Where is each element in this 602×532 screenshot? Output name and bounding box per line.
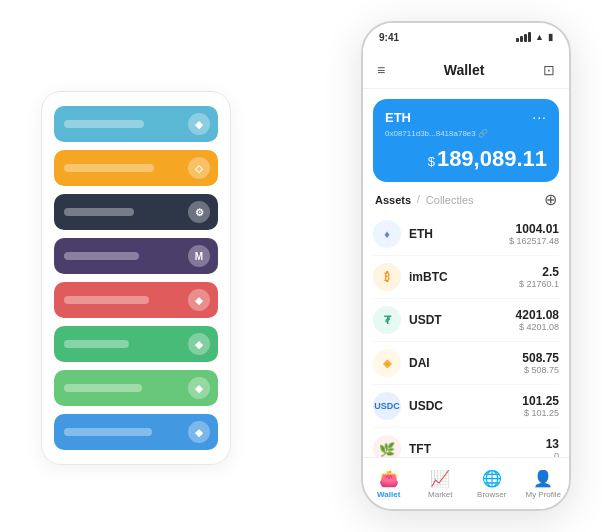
list-item: M xyxy=(54,238,218,274)
phone-frame: 9:41 ▲ ▮ ≡ Wallet ⊡ ETH xyxy=(361,21,571,511)
card-bar xyxy=(64,340,129,348)
usdc-amount: 101.25 xyxy=(522,394,559,408)
eth-icon: ♦ xyxy=(373,220,401,248)
tab-bar: 👛 Wallet 📈 Market 🌐 Browser 👤 My Profile xyxy=(363,457,569,509)
imbtc-amount: 2.5 xyxy=(519,265,559,279)
card-bar xyxy=(64,296,149,304)
asset-values-dai: 508.75 $ 508.75 xyxy=(522,351,559,375)
asset-values-usdc: 101.25 $ 101.25 xyxy=(522,394,559,418)
list-item: ◆ xyxy=(54,106,218,142)
asset-row-dai[interactable]: ◈ DAI 508.75 $ 508.75 xyxy=(373,342,559,385)
browser-tab-icon: 🌐 xyxy=(482,469,502,488)
card-icon: ◆ xyxy=(188,289,210,311)
card-icon: ⚙ xyxy=(188,201,210,223)
asset-values-tft: 13 0 xyxy=(546,437,559,457)
scene: ◆ ◇ ⚙ M ◆ ◆ ◆ ◆ xyxy=(11,11,591,521)
card-icon: ◇ xyxy=(188,157,210,179)
eth-card[interactable]: ETH ··· 0x08711d3b...8418a78e3 🔗 $189,08… xyxy=(373,99,559,182)
tab-profile[interactable]: 👤 My Profile xyxy=(518,469,570,499)
card-icon: M xyxy=(188,245,210,267)
card-bar xyxy=(64,428,152,436)
card-icon: ◆ xyxy=(188,421,210,443)
card-icon: ◆ xyxy=(188,377,210,399)
eth-card-balance: $189,089.11 xyxy=(385,146,547,172)
asset-name-eth: ETH xyxy=(409,227,509,241)
asset-name-usdc: USDC xyxy=(409,399,522,413)
card-bar xyxy=(64,120,144,128)
market-tab-icon: 📈 xyxy=(430,469,450,488)
balance-symbol: $ xyxy=(428,154,435,169)
page-title: Wallet xyxy=(444,62,485,78)
imbtc-usd: $ 21760.1 xyxy=(519,279,559,289)
tab-separator: / xyxy=(417,194,420,205)
eth-card-title: ETH xyxy=(385,110,411,125)
asset-row-usdc[interactable]: USDC USDC 101.25 $ 101.25 xyxy=(373,385,559,428)
eth-card-menu[interactable]: ··· xyxy=(532,109,547,125)
asset-name-dai: DAI xyxy=(409,356,522,370)
tab-assets[interactable]: Assets xyxy=(375,194,411,206)
usdt-usd: $ 4201.08 xyxy=(516,322,559,332)
nav-bar: ≡ Wallet ⊡ xyxy=(363,51,569,89)
asset-values-imbtc: 2.5 $ 21760.1 xyxy=(519,265,559,289)
battery-icon: ▮ xyxy=(548,32,553,42)
browser-tab-label: Browser xyxy=(477,490,506,499)
card-bar xyxy=(64,384,142,392)
profile-tab-label: My Profile xyxy=(525,490,561,499)
dai-icon: ◈ xyxy=(373,349,401,377)
tab-market[interactable]: 📈 Market xyxy=(415,469,467,499)
asset-name-tft: TFT xyxy=(409,442,546,456)
list-item: ◆ xyxy=(54,282,218,318)
asset-row-eth[interactable]: ♦ ETH 1004.01 $ 162517.48 xyxy=(373,213,559,256)
dai-amount: 508.75 xyxy=(522,351,559,365)
asset-row-usdt[interactable]: ₮ USDT 4201.08 $ 4201.08 xyxy=(373,299,559,342)
card-stack: ◆ ◇ ⚙ M ◆ ◆ ◆ ◆ xyxy=(41,91,231,465)
eth-card-address: 0x08711d3b...8418a78e3 🔗 xyxy=(385,129,547,138)
imbtc-icon: ₿ xyxy=(373,263,401,291)
wifi-icon: ▲ xyxy=(535,32,544,42)
card-bar xyxy=(64,252,139,260)
asset-name-imbtc: imBTC xyxy=(409,270,519,284)
eth-usd: $ 162517.48 xyxy=(509,236,559,246)
menu-icon[interactable]: ≡ xyxy=(377,62,385,78)
list-item: ⚙ xyxy=(54,194,218,230)
status-bar: 9:41 ▲ ▮ xyxy=(363,23,569,51)
card-icon: ◆ xyxy=(188,333,210,355)
usdt-amount: 4201.08 xyxy=(516,308,559,322)
list-item: ◇ xyxy=(54,150,218,186)
list-item: ◆ xyxy=(54,370,218,406)
asset-values-eth: 1004.01 $ 162517.48 xyxy=(509,222,559,246)
card-icon: ◆ xyxy=(188,113,210,135)
dai-usd: $ 508.75 xyxy=(522,365,559,375)
balance-amount: 189,089.11 xyxy=(437,146,547,171)
status-time: 9:41 xyxy=(379,32,399,43)
signal-icon xyxy=(516,32,531,42)
tab-browser[interactable]: 🌐 Browser xyxy=(466,469,518,499)
tab-wallet[interactable]: 👛 Wallet xyxy=(363,469,415,499)
eth-amount: 1004.01 xyxy=(509,222,559,236)
wallet-tab-label: Wallet xyxy=(377,490,400,499)
tft-amount: 13 xyxy=(546,437,559,451)
profile-tab-icon: 👤 xyxy=(533,469,553,488)
usdc-icon: USDC xyxy=(373,392,401,420)
asset-name-usdt: USDT xyxy=(409,313,516,327)
list-item: ◆ xyxy=(54,414,218,450)
tab-collectibles[interactable]: Collectles xyxy=(426,194,474,206)
card-bar xyxy=(64,164,154,172)
tft-icon: 🌿 xyxy=(373,435,401,457)
add-asset-button[interactable]: ⊕ xyxy=(544,190,557,209)
list-item: ◆ xyxy=(54,326,218,362)
assets-header: Assets / Collectles ⊕ xyxy=(363,182,569,213)
eth-card-header: ETH ··· xyxy=(385,109,547,125)
asset-row-tft[interactable]: 🌿 TFT 13 0 xyxy=(373,428,559,457)
market-tab-label: Market xyxy=(428,490,452,499)
asset-row-imbtc[interactable]: ₿ imBTC 2.5 $ 21760.1 xyxy=(373,256,559,299)
card-bar xyxy=(64,208,134,216)
usdt-icon: ₮ xyxy=(373,306,401,334)
scan-icon[interactable]: ⊡ xyxy=(543,62,555,78)
status-icons: ▲ ▮ xyxy=(516,32,553,42)
asset-list: ♦ ETH 1004.01 $ 162517.48 ₿ imBTC 2.5 $ … xyxy=(363,213,569,457)
assets-tabs: Assets / Collectles xyxy=(375,194,474,206)
asset-values-usdt: 4201.08 $ 4201.08 xyxy=(516,308,559,332)
wallet-tab-icon: 👛 xyxy=(379,469,399,488)
usdc-usd: $ 101.25 xyxy=(522,408,559,418)
